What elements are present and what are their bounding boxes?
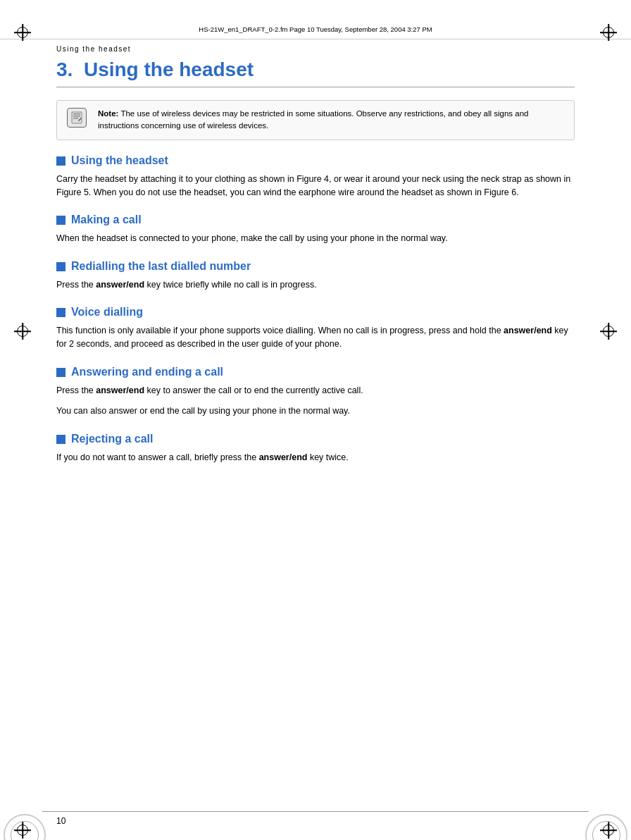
chapter-divider	[56, 87, 575, 87]
crosshair-top-right	[600, 24, 617, 41]
section-voice-dialling-body: This function is only available if your …	[56, 324, 575, 352]
section-label: Using the headset	[56, 45, 575, 53]
svg-rect-1	[73, 113, 80, 115]
section-using-headset-title: Using the headset	[71, 154, 168, 167]
note-icon	[67, 108, 89, 130]
crosshair-top-left	[14, 24, 31, 41]
main-content: Using the headset 3. Using the headset	[0, 20, 631, 500]
section-answering-title: Answering and ending a call	[71, 366, 223, 378]
note-box: Note: The use of wireless devices may be…	[56, 100, 575, 140]
decorative-circle-bot-left	[4, 814, 46, 840]
section-making-call-heading: Making a call	[56, 214, 575, 226]
note-text: Note: The use of wireless devices may be…	[98, 108, 564, 132]
page-info-bar: HS-21W_en1_DRAFT_0-2.fm Page 10 Tuesday,…	[0, 20, 631, 39]
section-square-voice-dialling	[56, 308, 65, 317]
section-square-answering	[56, 368, 65, 377]
section-square-making-call	[56, 216, 65, 225]
note-svg-icon	[70, 111, 83, 124]
crosshair-mid-right	[600, 323, 617, 340]
section-rejecting-heading: Rejecting a call	[56, 433, 575, 445]
section-using-headset-body: Carry the headset by attaching it to you…	[56, 173, 575, 200]
section-square-rejecting	[56, 435, 65, 444]
decorative-circle-bot-right	[585, 814, 627, 840]
section-answering-heading: Answering and ending a call	[56, 366, 575, 378]
note-label: Note:	[98, 109, 118, 118]
note-body: The use of wireless devices may be restr…	[98, 109, 529, 130]
chapter-title-text: Using the headset	[84, 58, 254, 80]
section-redialling-body: Press the answer/end key twice briefly w…	[56, 278, 575, 292]
section-using-headset-heading: Using the headset	[56, 154, 575, 167]
section-redialling-heading: Redialling the last dialled number	[56, 260, 575, 273]
chapter-title: 3. Using the headset	[56, 58, 575, 81]
bottom-divider	[42, 811, 589, 812]
section-square-using-headset	[56, 156, 65, 166]
section-rejecting-body: If you do not want to answer a call, bri…	[56, 451, 575, 464]
crosshair-mid-left	[14, 323, 31, 340]
section-answering-body-2: You can also answer or end the call by u…	[56, 404, 575, 418]
svg-rect-2	[73, 116, 80, 117]
page-number: 10	[56, 816, 65, 826]
note-icon-shape	[67, 108, 87, 128]
section-redialling-title: Redialling the last dialled number	[71, 260, 251, 273]
chapter-number: 3.	[56, 58, 73, 80]
section-square-redialling	[56, 262, 65, 271]
section-answering-body-1: Press the answer/end key to answer the c…	[56, 384, 575, 397]
section-voice-dialling-heading: Voice dialling	[56, 306, 575, 319]
section-rejecting-title: Rejecting a call	[71, 433, 154, 445]
section-making-call-title: Making a call	[71, 214, 142, 226]
page-info-text: HS-21W_en1_DRAFT_0-2.fm Page 10 Tuesday,…	[199, 25, 432, 33]
section-making-call-body: When the headset is connected to your ph…	[56, 232, 575, 245]
section-voice-dialling-title: Voice dialling	[71, 306, 143, 319]
page-container: HS-21W_en1_DRAFT_0-2.fm Page 10 Tuesday,…	[0, 20, 631, 840]
svg-rect-3	[73, 118, 78, 119]
